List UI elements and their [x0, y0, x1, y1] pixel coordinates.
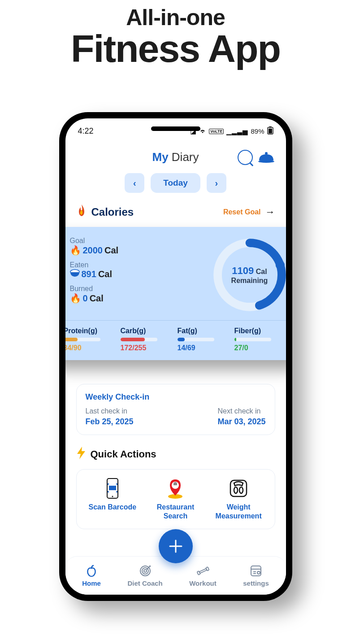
- eaten-label: Eaten: [70, 261, 203, 269]
- tab-label: Workout: [189, 579, 217, 587]
- notch: [151, 126, 200, 131]
- tab-settings[interactable]: settings: [243, 564, 269, 587]
- svg-point-24: [257, 571, 260, 574]
- next-day-button[interactable]: ›: [207, 173, 226, 193]
- tab-label: Home: [82, 579, 101, 587]
- eaten-unit: Cal: [98, 269, 112, 279]
- svg-rect-23: [251, 566, 261, 576]
- last-checkin-date: Feb 25, 2025: [86, 417, 134, 426]
- phone-screen: 4:22 ◪ VoLTE ▁▂▃▅ 89% My Diary: [65, 118, 286, 595]
- macro-value: 172/255: [121, 344, 174, 352]
- remaining-unit: Cal: [256, 268, 267, 275]
- arrow-right-icon: →: [265, 206, 275, 218]
- macro-fat: Fat(g) 14/69: [174, 327, 231, 352]
- today-button[interactable]: Today: [151, 173, 200, 193]
- last-checkin-label: Last check in: [86, 407, 134, 415]
- burned-label: Burned: [70, 285, 203, 293]
- title-rest: Diary: [169, 150, 199, 164]
- settings-icon: [249, 564, 263, 578]
- search-icon[interactable]: [238, 150, 253, 165]
- scale-icon: [228, 478, 249, 499]
- calories-title: Calories: [91, 206, 134, 218]
- goal-row: Goal 🔥 2000Cal: [65, 237, 203, 256]
- tab-home[interactable]: Home: [82, 564, 101, 587]
- svg-rect-2: [269, 129, 272, 134]
- macro-protein: Protein(g) 34/90: [65, 327, 117, 352]
- battery-pct: 89%: [251, 127, 264, 135]
- quick-action-label: Restaurant Search: [144, 503, 207, 521]
- eaten-row: Eaten 891Cal: [65, 261, 203, 279]
- burned-unit: Cal: [90, 293, 104, 304]
- signal-icon: ▁▂▃▅: [226, 127, 248, 135]
- barcode-icon: [102, 478, 123, 499]
- tab-label: settings: [243, 579, 269, 587]
- checkin-title: Weekly Check-in: [86, 392, 266, 402]
- reset-goal-button[interactable]: Reset Goal →: [223, 206, 275, 218]
- flame-icon: 🔥: [70, 293, 81, 304]
- status-right: ◪ VoLTE ▁▂▃▅ 89%: [190, 126, 273, 136]
- goal-label: Goal: [70, 237, 203, 245]
- tab-label: Diet Coach: [127, 579, 162, 587]
- macro-name: Protein(g): [65, 327, 117, 335]
- eaten-value: 891: [82, 269, 96, 279]
- macro-value: 34/90: [65, 344, 117, 352]
- chevron-left-icon: ‹: [133, 178, 136, 188]
- app-header: My Diary: [65, 150, 286, 164]
- macro-name: Fiber(g): [234, 327, 286, 335]
- plus-icon: [168, 539, 183, 554]
- calories-section-head: Calories Reset Goal →: [65, 205, 286, 220]
- add-fab-button[interactable]: [159, 529, 193, 563]
- svg-rect-22: [199, 569, 207, 574]
- svg-point-19: [144, 570, 147, 572]
- macro-value: 27/0: [234, 344, 286, 352]
- svg-rect-14: [230, 480, 247, 496]
- remaining-value: 1109: [232, 265, 254, 276]
- macro-name: Carb(g): [121, 327, 174, 335]
- page-title: My Diary: [152, 150, 199, 164]
- weekly-checkin-card[interactable]: Weekly Check-in Last check in Feb 25, 20…: [76, 384, 275, 435]
- macro-name: Fat(g): [178, 327, 231, 335]
- bowl-icon: [70, 269, 80, 279]
- calories-ring: 1109 Cal Remaining: [212, 237, 286, 313]
- svg-point-10: [112, 496, 113, 497]
- scan-barcode-button[interactable]: Scan Barcode: [81, 478, 144, 521]
- target-icon: [139, 564, 152, 578]
- burned-value: 0: [83, 293, 88, 304]
- weight-measurement-button[interactable]: Weight Measurement: [207, 478, 270, 521]
- svg-point-15: [234, 487, 238, 493]
- macro-carb: Carb(g) 172/255: [117, 327, 174, 352]
- volte-icon: VoLTE: [209, 129, 224, 134]
- hero-line2: Fitness App: [0, 30, 351, 67]
- goal-unit: Cal: [104, 245, 118, 256]
- apple-icon: [85, 564, 98, 578]
- meal-icon[interactable]: [257, 152, 275, 163]
- tab-diet-coach[interactable]: Diet Coach: [127, 564, 162, 587]
- next-checkin-label: Next check in: [217, 407, 265, 415]
- remaining-label: Remaining: [231, 277, 268, 285]
- svg-point-4: [265, 152, 268, 155]
- flame-icon: [76, 205, 87, 220]
- dumbbell-icon: [196, 564, 210, 578]
- tab-workout[interactable]: Workout: [189, 564, 217, 587]
- status-time: 4:22: [78, 126, 94, 136]
- quick-actions-head: Quick Actions: [65, 447, 286, 462]
- svg-point-16: [239, 487, 243, 493]
- quick-action-label: Weight Measurement: [207, 503, 270, 521]
- location-pin-icon: [165, 478, 186, 499]
- flame-icon: 🔥: [70, 245, 81, 256]
- svg-rect-11: [109, 486, 116, 490]
- macro-value: 14/69: [178, 344, 231, 352]
- marketing-hero: All-in-one Fitness App: [0, 0, 351, 67]
- quick-action-label: Scan Barcode: [88, 503, 136, 512]
- burned-row: Burned 🔥 0Cal: [65, 285, 203, 304]
- prev-day-button[interactable]: ‹: [125, 173, 144, 193]
- title-strong: My: [152, 150, 168, 164]
- calories-card: Goal 🔥 2000Cal Eaten: [65, 227, 286, 360]
- lightning-icon: [76, 447, 86, 462]
- goal-value: 2000: [83, 245, 103, 256]
- phone-frame: 4:22 ◪ VoLTE ▁▂▃▅ 89% My Diary: [59, 112, 292, 601]
- reset-goal-label: Reset Goal: [223, 208, 261, 216]
- restaurant-search-button[interactable]: Restaurant Search: [144, 478, 207, 521]
- macro-fiber: Fiber(g) 27/0: [231, 327, 286, 352]
- battery-icon: [267, 126, 273, 136]
